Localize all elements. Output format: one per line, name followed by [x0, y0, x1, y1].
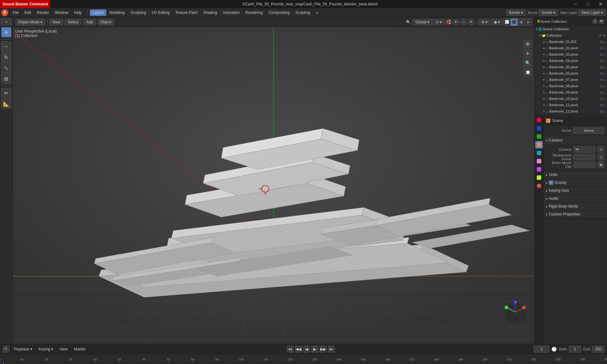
jump-start-btn[interactable]: ⏮	[287, 346, 294, 353]
modifier-props-icon[interactable]	[535, 166, 543, 173]
start-frame-input[interactable]: 1	[569, 346, 581, 353]
physics-props-icon[interactable]	[535, 182, 543, 190]
workspace-uv-editing[interactable]: UV Editing	[149, 9, 172, 16]
outliner-item-6[interactable]: ▸ △ Banknote_07.pivot ⊞ △	[535, 76, 607, 83]
material-preview-btn[interactable]: ◑	[518, 19, 524, 26]
global-selector[interactable]: Global ▾	[413, 19, 432, 25]
outliner-item-4[interactable]: ▸ △ Banknote_05.pivot ⊞ △	[535, 64, 607, 70]
orientation-gizmo[interactable]: X Y Z	[503, 300, 528, 325]
rigid-body-header[interactable]: ▸ Rigid Body World	[543, 203, 607, 210]
mode-selector[interactable]: ⊙	[1, 18, 12, 25]
outliner-item-11[interactable]: ▸ △ Banknote_12.pivot ⊞ △	[535, 108, 607, 114]
wireframe-btn[interactable]: ⬜	[504, 19, 511, 26]
active-clip-input[interactable]	[573, 161, 596, 168]
menu-edit[interactable]: Edit	[22, 9, 34, 16]
active-clip-picker-btn[interactable]: 📽	[598, 161, 604, 168]
camera-section-header[interactable]: ▾ Camera	[543, 136, 607, 144]
workspace-rendering[interactable]: Rendering	[243, 9, 265, 16]
scene-name-input[interactable]: Scene	[573, 127, 604, 134]
camera-picker-btn[interactable]: ⊙	[598, 146, 604, 153]
outliner-item-3[interactable]: ▸ △ Banknote_04.pivot ⊞ △	[535, 58, 607, 64]
timeline-type-btn[interactable]: ⏱	[3, 346, 9, 353]
gravity-section-header[interactable]: ▸ ✓ Gravity	[543, 179, 607, 186]
workspace-scripting[interactable]: Scripting	[293, 9, 313, 16]
object-mode-btn[interactable]: Object Mode ▾	[15, 19, 45, 25]
rendered-btn[interactable]: ●	[524, 19, 531, 26]
viewport[interactable]: Object Mode ▾ View Select Add Object 🔍 G…	[13, 17, 534, 344]
snap-type[interactable]: ▾	[452, 19, 459, 26]
scene-props-icon[interactable]	[535, 141, 543, 149]
outliner-item-9[interactable]: ▸ △ Banknote_10.pivot ⊞ △	[535, 95, 607, 102]
proportional-edit-btn[interactable]: ○	[460, 19, 467, 26]
current-frame-input[interactable]: 1	[534, 346, 549, 353]
solid-btn[interactable]: ⬛	[511, 19, 518, 26]
workspace-shading[interactable]: Shading	[201, 9, 220, 16]
view-menu-btn-timeline[interactable]: View	[58, 346, 70, 352]
camera-input[interactable]: 📷	[573, 146, 596, 153]
jump-end-btn[interactable]: ⏭	[328, 346, 335, 353]
cursor-tool[interactable]: ✛	[1, 27, 11, 37]
menu-window[interactable]: Window	[52, 9, 71, 16]
workspace-compositing[interactable]: Compositing	[266, 9, 292, 16]
menu-render[interactable]: Render	[34, 9, 52, 16]
maximize-button[interactable]: □	[582, 0, 594, 8]
outliner-search-btn[interactable]: 🔍	[599, 19, 604, 24]
close-button[interactable]: ✕	[594, 0, 607, 8]
move-tool[interactable]: ↔	[1, 41, 11, 52]
audio-section-header[interactable]: ▸ Audio	[543, 195, 607, 202]
toggle-cursor-btn[interactable]: ✛	[524, 49, 532, 58]
outliner-collection-root[interactable]: ▾ 📁 Collection 👁 🖱	[535, 32, 607, 39]
workspace-modeling[interactable]: Modeling	[107, 9, 127, 16]
marker-menu-btn[interactable]: Marker	[72, 346, 88, 352]
play-btn[interactable]: ▶	[311, 346, 318, 353]
outliner-item-0[interactable]: ▸ △ Banknote_01.002 ⊞ △	[535, 39, 607, 45]
playback-menu-btn[interactable]: Playback ▾	[12, 346, 34, 352]
scene-selector[interactable]: Scene ▾	[539, 9, 558, 16]
transform-tool[interactable]: ⊞	[1, 74, 11, 84]
select-menu-btn[interactable]: Select	[65, 19, 81, 25]
outliner-scene-collection[interactable]: ▾ 🌐 Scene Collection	[535, 26, 607, 32]
snap-toggle[interactable]: 🧲	[445, 19, 452, 26]
timeline-scrubber[interactable]	[0, 362, 607, 364]
keying-menu-btn[interactable]: Keying ▾	[37, 346, 55, 352]
pivot-point-btn[interactable]: ⊙ ▾	[433, 19, 445, 25]
viewport-search-btn[interactable]: 🔍	[405, 19, 412, 26]
timeline-ruler[interactable]: 1102030405060708090100110120130140150160…	[0, 354, 607, 362]
scene-3d[interactable]: X Y Z ⊞ ✛ 🔍 🔲	[13, 27, 534, 344]
outliner-item-2[interactable]: ▸ △ Banknote_03.pivot ⊞ △	[535, 51, 607, 58]
add-workspace-button[interactable]: +	[313, 9, 321, 16]
gravity-checkbox[interactable]: ✓	[549, 180, 553, 185]
outliner-filter-btn[interactable]: ⊽	[592, 19, 598, 24]
output-props-icon[interactable]	[535, 124, 543, 132]
toggle-grid-btn[interactable]: ⊞	[524, 40, 532, 48]
window-controls[interactable]: ─ □ ✕	[569, 0, 607, 8]
gizmos-btn[interactable]: ⊛ ▾	[479, 19, 490, 25]
workspace-animation[interactable]: Animation	[220, 9, 242, 16]
app-icon[interactable]: B	[1, 9, 8, 16]
measure-tool[interactable]: 📐	[1, 99, 11, 109]
view-menu-btn[interactable]: View	[49, 19, 63, 25]
annotate-tool[interactable]: ✏	[1, 88, 11, 98]
rotate-tool[interactable]: ↻	[1, 52, 11, 62]
add-menu-btn[interactable]: Add	[83, 19, 95, 25]
outliner-content[interactable]: ▾ 🌐 Scene Collection ▾ 📁 Collection 👁 🖱	[535, 26, 607, 115]
units-section-header[interactable]: ▸ Units	[543, 171, 607, 179]
toggle-annotations-btn[interactable]: 🔍	[524, 59, 532, 67]
menu-file[interactable]: File	[10, 9, 21, 16]
custom-props-header[interactable]: ▸ Custom Properties	[543, 210, 607, 218]
workspace-texture-paint[interactable]: Texture Paint	[173, 9, 200, 16]
minimize-button[interactable]: ─	[569, 0, 582, 8]
view-layer-selector[interactable]: View Layer ▾	[579, 9, 606, 16]
outliner-item-5[interactable]: ▸ △ Banknote_06.pivot ⊞ △	[535, 70, 607, 76]
scale-tool[interactable]: ⤡	[1, 63, 11, 73]
end-frame-input[interactable]: 250	[592, 346, 604, 353]
keying-sets-header[interactable]: ▸ Keying Sets	[543, 187, 607, 194]
render-props-icon[interactable]	[535, 116, 543, 124]
outliner-item-1[interactable]: ▸ △ Banknote_02.pivot ⊞ △	[535, 45, 607, 51]
outliner-item-12[interactable]: ▸ 📷 Banknote_13.001 ⊞ △	[535, 114, 607, 115]
workspace-layout[interactable]: Layout	[90, 9, 106, 16]
object-menu-btn[interactable]: Object	[98, 19, 114, 25]
world-props-icon[interactable]	[535, 149, 543, 157]
toggle-wireframe-btn[interactable]: 🔲	[524, 68, 532, 76]
properties-content[interactable]: Scene Scene Scene ▾	[543, 115, 607, 344]
